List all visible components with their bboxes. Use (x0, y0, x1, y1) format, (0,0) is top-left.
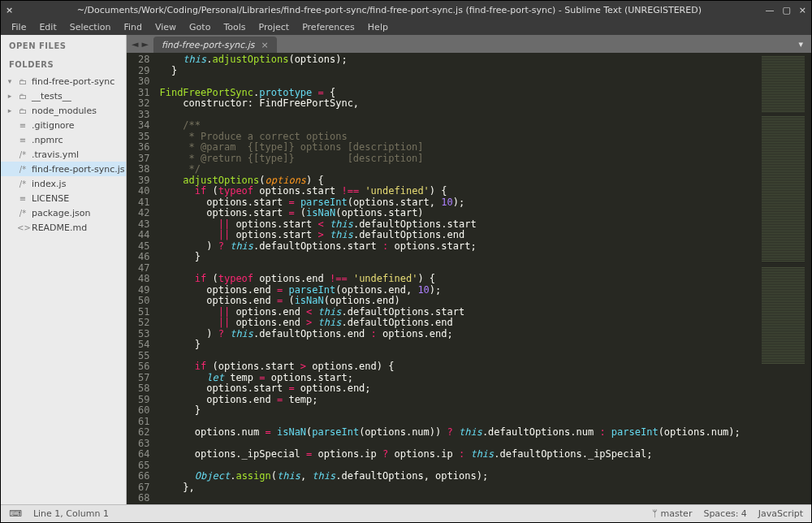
folders-header: FOLDERS (1, 54, 126, 72)
code-editor[interactable]: this.adjustOptions(options); } FindFreeP… (156, 53, 758, 504)
tree-item-label: find-free-port-sync.js (32, 164, 125, 175)
file-row[interactable]: ≡.gitignore (1, 118, 126, 132)
folder-row[interactable]: ▸🗀__tests__ (1, 89, 126, 103)
menu-preferences[interactable]: Preferences (296, 20, 361, 34)
tree-item-label: node_modules (32, 106, 97, 116)
project-name: find-free-port-sync (32, 76, 114, 87)
menu-find[interactable]: Find (118, 20, 148, 34)
file-row[interactable]: /*.travis.yml (1, 147, 126, 162)
tab-nav-right-icon[interactable]: ► (141, 39, 148, 50)
file-row[interactable]: /*package.json (1, 205, 126, 220)
file-icon: /* (17, 165, 28, 174)
tab-bar: ◄ ► find-free-port-sync.js × ▾ (127, 35, 811, 53)
tree-item-label: index.js (32, 179, 66, 189)
file-icon: ≡ (17, 136, 28, 145)
menu-project[interactable]: Project (253, 20, 296, 34)
console-toggle-icon[interactable]: ⌨ (9, 508, 22, 519)
menu-view[interactable]: View (149, 20, 182, 34)
editor-area: ◄ ► find-free-port-sync.js × ▾ 282930313… (127, 35, 811, 504)
project-root[interactable]: ▾ 🗀 find-free-port-sync (1, 74, 126, 89)
file-row[interactable]: <>README.md (1, 220, 126, 235)
menu-tools[interactable]: Tools (218, 20, 251, 34)
file-row[interactable]: /*index.js (1, 176, 126, 191)
tree-item-label: .travis.yml (32, 149, 79, 160)
tab-menu-icon[interactable]: ▾ (790, 35, 811, 53)
minimap-block (762, 116, 805, 262)
menu-goto[interactable]: Goto (184, 20, 216, 34)
window-close-icon[interactable]: × (6, 5, 13, 15)
code-container: 2829303132333435363738394041424344454647… (127, 53, 811, 504)
file-icon: /* (17, 150, 28, 159)
tree-item-label: LICENSE (32, 193, 69, 204)
window-title: ~/Documents/Work/Coding/Personal/Librari… (13, 5, 765, 15)
menu-edit[interactable]: Edit (33, 20, 62, 34)
status-bar: ⌨ Line 1, Column 1 ᛘ master Spaces: 4 Ja… (1, 504, 811, 522)
tab-close-icon[interactable]: × (261, 40, 269, 50)
file-row[interactable]: /*find-free-port-sync.js (1, 162, 126, 176)
status-syntax[interactable]: JavaScript (758, 508, 803, 519)
tree-item-label: package.json (32, 208, 90, 218)
tree-item-label: .gitignore (32, 120, 75, 131)
tab-active[interactable]: find-free-port-sync.js × (153, 37, 277, 53)
file-icon: ≡ (17, 194, 28, 203)
window-titlebar: × ~/Documents/Work/Coding/Personal/Libra… (1, 1, 811, 19)
tree-item-label: .npmrc (32, 135, 63, 145)
minimap-block (762, 56, 805, 113)
status-cursor-position[interactable]: Line 1, Column 1 (33, 508, 109, 519)
folder-icon: 🗀 (17, 77, 28, 86)
folder-tree: ▾ 🗀 find-free-port-sync ▸🗀__tests__▸🗀nod… (1, 72, 126, 236)
file-icon: /* (17, 209, 28, 218)
menu-file[interactable]: File (6, 20, 32, 34)
file-row[interactable]: ≡LICENSE (1, 191, 126, 205)
tree-item-label: __tests__ (32, 91, 71, 102)
file-icon: <> (17, 223, 28, 232)
window-minimize-icon[interactable]: — (765, 5, 774, 15)
tab-label: find-free-port-sync.js (162, 40, 255, 50)
window-close-icon-right[interactable]: × (799, 5, 806, 15)
open-files-header: OPEN FILES (1, 35, 126, 54)
git-branch-icon: ᛘ (652, 508, 658, 519)
status-indentation[interactable]: Spaces: 4 (703, 508, 746, 519)
line-gutter: 2829303132333435363738394041424344454647… (127, 53, 156, 504)
folder-row[interactable]: ▸🗀node_modules (1, 103, 126, 118)
minimap[interactable] (758, 53, 811, 504)
chevron-down-icon: ▾ (6, 77, 14, 85)
folder-icon: 🗀 (17, 106, 28, 115)
chevron-right-icon: ▸ (6, 106, 14, 115)
menu-help[interactable]: Help (362, 20, 394, 34)
menu-selection[interactable]: Selection (64, 20, 117, 34)
tree-item-label: README.md (32, 223, 87, 233)
git-branch-name: master (661, 508, 693, 519)
folder-icon: 🗀 (17, 92, 28, 101)
file-icon: ≡ (17, 121, 28, 130)
menu-bar: FileEditSelectionFindViewGotoToolsProjec… (1, 19, 811, 35)
sidebar: OPEN FILES FOLDERS ▾ 🗀 find-free-port-sy… (1, 35, 127, 504)
window-maximize-icon[interactable]: ▢ (782, 5, 790, 15)
minimap-block (762, 267, 805, 365)
tab-nav-left-icon[interactable]: ◄ (132, 39, 138, 50)
file-icon: /* (17, 179, 28, 188)
status-git-branch[interactable]: ᛘ master (652, 508, 693, 519)
chevron-right-icon: ▸ (6, 92, 14, 100)
file-row[interactable]: ≡.npmrc (1, 132, 126, 147)
